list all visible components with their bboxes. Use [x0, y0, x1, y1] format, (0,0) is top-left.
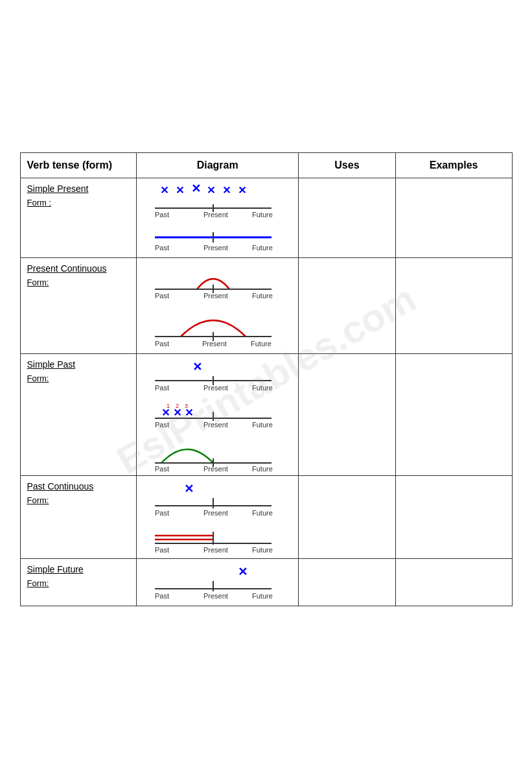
svg-text:Present: Present	[203, 244, 228, 252]
verb-past-continuous: Past Continuous Form:	[20, 475, 137, 558]
diagram-simple-past-middle: 1 2 3 ✕ ✕ ✕ Past Present	[142, 394, 284, 429]
row-simple-future: Simple Future Form: ✕ Past	[20, 558, 512, 606]
svg-text:✕: ✕	[160, 185, 168, 196]
header-examples: Examples	[395, 152, 512, 178]
svg-text:Future: Future	[252, 465, 273, 471]
examples-simple-future	[395, 558, 512, 606]
diagram-simple-past: ✕ Past Present Future 1	[137, 353, 299, 475]
svg-text:✕: ✕	[184, 482, 194, 495]
verb-present-continuous: Present Continuous Form:	[20, 257, 137, 353]
svg-text:Present: Present	[203, 292, 228, 300]
uses-simple-present	[299, 178, 396, 257]
row-simple-present: Simple Present Form : ✕ ✕ ✕ ✕ ✕ ✕	[20, 178, 512, 257]
svg-text:✕: ✕	[191, 182, 201, 195]
svg-text:✕: ✕	[222, 185, 231, 196]
diagram-simple-future: ✕ Past Present Future	[137, 558, 299, 606]
tense-name-present-continuous: Present Continuous	[27, 263, 130, 274]
svg-text:Present: Present	[203, 546, 228, 554]
svg-text:✕: ✕	[238, 565, 248, 578]
form-simple-past: Form:	[27, 373, 130, 383]
svg-text:Present: Present	[202, 340, 227, 348]
diagram-present-continuous: Past Present Future	[137, 257, 299, 353]
svg-text:Future: Future	[252, 292, 273, 300]
examples-present-continuous	[395, 257, 512, 353]
diagram-past-continuous-bottom: Past Present Future	[142, 519, 284, 554]
svg-text:Future: Future	[252, 592, 273, 600]
svg-text:Past: Past	[155, 509, 169, 517]
header-verb: Verb tense (form)	[20, 152, 137, 178]
svg-text:Past: Past	[155, 292, 169, 300]
uses-past-continuous	[299, 475, 396, 558]
svg-text:Past: Past	[155, 546, 169, 554]
svg-text:✕: ✕	[161, 407, 170, 418]
diagram-simple-past-top: ✕ Past Present Future	[142, 358, 284, 394]
svg-text:Future: Future	[252, 421, 273, 429]
row-present-continuous: Present Continuous Form:	[20, 257, 512, 353]
svg-text:✕: ✕	[192, 361, 202, 373]
svg-text:Future: Future	[251, 340, 272, 348]
diagram-simple-future-svg: ✕ Past Present Future	[142, 563, 284, 602]
header-diagram: Diagram	[137, 152, 299, 178]
svg-text:Past: Past	[155, 421, 169, 429]
svg-text:Present: Present	[203, 465, 228, 471]
tense-name-simple-future: Simple Future	[27, 564, 130, 574]
tense-name-simple-past: Simple Past	[27, 359, 130, 370]
svg-text:Future: Future	[252, 244, 273, 252]
diagram-simple-past-bottom: Past Present Future	[142, 429, 284, 471]
diagram-past-continuous: ✕ Past Present Future	[137, 475, 299, 558]
svg-text:Present: Present	[203, 592, 228, 600]
row-past-continuous: Past Continuous Form: ✕ Past	[20, 475, 512, 558]
diagram-present-continuous-bottom: Past Present Future	[142, 301, 284, 349]
diagram-past-continuous-top: ✕ Past Present Future	[142, 480, 284, 519]
svg-text:Present: Present	[203, 509, 228, 517]
diagram-simple-present: ✕ ✕ ✕ ✕ ✕ ✕ Past Present	[137, 178, 299, 257]
svg-text:Past: Past	[155, 384, 169, 392]
uses-simple-past	[299, 353, 396, 475]
form-past-continuous: Form:	[27, 495, 130, 505]
page: EslPrintables.com Verb tense (form) Diag…	[0, 0, 532, 758]
svg-text:Present: Present	[203, 211, 228, 218]
tense-name-simple-present: Simple Present	[27, 184, 130, 194]
svg-text:Past: Past	[155, 244, 169, 252]
verb-simple-present: Simple Present Form :	[20, 178, 137, 257]
svg-text:✕: ✕	[176, 185, 184, 196]
svg-text:Past: Past	[155, 340, 169, 348]
verb-simple-past: Simple Past Form:	[20, 353, 137, 475]
svg-text:Past: Past	[155, 465, 169, 471]
header-row: Verb tense (form) Diagram Uses Examples	[20, 152, 512, 178]
header-uses: Uses	[299, 152, 396, 178]
form-present-continuous: Form:	[27, 278, 130, 287]
svg-text:Future: Future	[252, 546, 273, 554]
svg-text:Future: Future	[252, 509, 273, 517]
svg-text:Present: Present	[203, 384, 228, 392]
diagram-present-continuous-top: Past Present Future	[142, 262, 284, 301]
examples-simple-present	[395, 178, 512, 257]
uses-simple-future	[299, 558, 396, 606]
form-simple-future: Form:	[27, 578, 130, 588]
svg-text:Present: Present	[203, 421, 228, 429]
svg-text:✕: ✕	[238, 185, 246, 196]
main-table: Verb tense (form) Diagram Uses Examples	[20, 152, 513, 606]
svg-text:✕: ✕	[207, 185, 215, 196]
form-simple-present: Form :	[27, 198, 130, 207]
examples-simple-past	[395, 353, 512, 475]
diagram-simple-present-top: ✕ ✕ ✕ ✕ ✕ ✕ Past Present	[142, 182, 284, 218]
svg-text:Past: Past	[155, 211, 169, 218]
verb-simple-future: Simple Future Form:	[20, 558, 137, 606]
svg-text:Future: Future	[252, 211, 273, 218]
examples-past-continuous	[395, 475, 512, 558]
svg-text:Future: Future	[252, 384, 273, 392]
tense-name-past-continuous: Past Continuous	[27, 481, 130, 492]
svg-text:Past: Past	[155, 592, 169, 600]
svg-text:✕: ✕	[173, 407, 181, 418]
row-simple-past: Simple Past Form: ✕ Past	[20, 353, 512, 475]
svg-text:✕: ✕	[185, 407, 193, 418]
uses-present-continuous	[299, 257, 396, 353]
diagram-simple-present-bottom: Past Present Future	[142, 218, 284, 254]
table-wrapper: Verb tense (form) Diagram Uses Examples	[20, 152, 513, 606]
